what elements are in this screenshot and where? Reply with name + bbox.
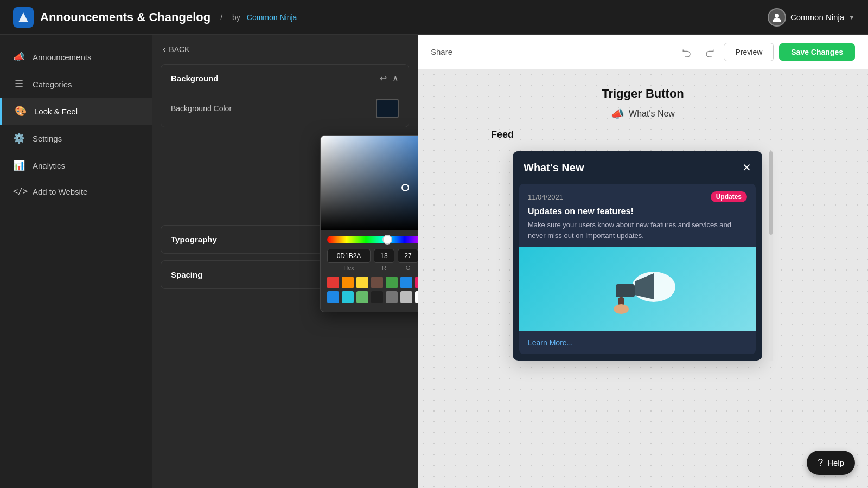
sidebar-item-analytics[interactable]: 📊 Analytics xyxy=(0,152,152,179)
hex-field-group: Hex xyxy=(327,249,371,271)
swatch-4[interactable] xyxy=(386,277,398,288)
help-icon: ? xyxy=(818,457,823,468)
learn-more-link[interactable]: Learn More... xyxy=(528,338,573,347)
share-button[interactable]: Share xyxy=(431,47,452,56)
widget-title: What's New xyxy=(524,162,584,174)
scrollbar-track[interactable] xyxy=(769,151,773,361)
entry-header: 11/04/2021 Updates xyxy=(519,184,756,207)
entry-illustration xyxy=(594,257,681,322)
help-button[interactable]: ? Help xyxy=(807,451,855,475)
hue-handle xyxy=(382,235,392,245)
header-by: by xyxy=(232,13,240,22)
hex-input[interactable] xyxy=(327,249,371,263)
swatch-9[interactable] xyxy=(342,291,354,303)
r-label: R xyxy=(382,265,386,271)
swatch-14[interactable] xyxy=(415,291,418,303)
swatch-3[interactable] xyxy=(371,277,383,288)
spacing-section-title: Spacing xyxy=(171,270,202,279)
swatch-12[interactable] xyxy=(386,291,398,303)
g-input[interactable] xyxy=(398,249,418,263)
add-to-website-icon: </> xyxy=(13,187,25,196)
undo-button[interactable] xyxy=(678,43,695,61)
header-right: Common Ninja ▼ xyxy=(768,8,855,27)
sidebar-item-look-feel-label: Look & Feel xyxy=(34,107,78,116)
reset-icon[interactable]: ↩ xyxy=(380,73,387,84)
entry-card: 11/04/2021 Updates Updates on new featur… xyxy=(519,184,756,354)
r-input[interactable] xyxy=(374,249,394,263)
collapse-icon[interactable]: ∧ xyxy=(392,73,399,84)
entry-title: Updates on new features! xyxy=(519,207,756,220)
back-chevron-icon: ‹ xyxy=(163,44,165,54)
widget-card: What's New ✕ 11/04/2021 Updates Updates … xyxy=(513,151,762,361)
sidebar-item-announcements[interactable]: 📣 Announcements xyxy=(0,43,152,70)
preview-toolbar: Share Preview Save Changes xyxy=(418,35,868,69)
top-header: Announcements & Changelog / by Common Ni… xyxy=(0,0,868,35)
background-section-header[interactable]: Background ↩ ∧ xyxy=(161,65,409,92)
preview-content: Trigger Button 📣 What's New Feed What's … xyxy=(418,69,868,488)
trigger-button-label: What's New xyxy=(629,109,675,119)
sidebar-item-add-to-website[interactable]: </> Add to Website xyxy=(0,179,152,204)
preview-button[interactable]: Preview xyxy=(724,43,774,61)
back-button[interactable]: ‹ BACK xyxy=(152,35,418,64)
trigger-button-preview[interactable]: 📣 What's New xyxy=(491,107,795,120)
entry-desc: Make sure your users know about new feat… xyxy=(519,220,756,247)
header-brand: Common Ninja xyxy=(247,13,297,22)
background-section-title: Background xyxy=(171,74,219,83)
look-feel-icon: 🎨 xyxy=(15,105,27,117)
help-label: Help xyxy=(827,458,844,467)
sidebar-item-add-to-website-label: Add to Website xyxy=(33,187,87,196)
sidebar: 📣 Announcements ☰ Categories 🎨 Look & Fe… xyxy=(0,35,152,488)
user-dropdown-icon[interactable]: ▼ xyxy=(848,14,855,21)
swatch-5[interactable] xyxy=(400,277,412,288)
middle-panel: ‹ BACK Background ↩ ∧ Background Color xyxy=(152,35,418,488)
user-name: Common Ninja xyxy=(790,12,844,22)
swatch-13[interactable] xyxy=(400,291,412,303)
user-avatar[interactable] xyxy=(768,8,786,27)
entry-date: 11/04/2021 xyxy=(528,193,563,201)
swatch-1[interactable] xyxy=(342,277,354,288)
swatch-10[interactable] xyxy=(356,291,368,303)
trigger-section-title: Trigger Button xyxy=(491,87,795,101)
entry-badge: Updates xyxy=(711,191,747,202)
preview-panel: Share Preview Save Changes xyxy=(418,35,868,488)
g-field-group: G xyxy=(398,249,418,271)
widget-header: What's New ✕ xyxy=(513,151,762,184)
color-inputs-row: Hex R G B xyxy=(327,249,418,271)
swatch-0[interactable] xyxy=(327,277,339,288)
color-gradient-canvas[interactable] xyxy=(321,136,418,230)
color-picker-popup: Hex R G B xyxy=(320,135,418,312)
r-field-group: R xyxy=(374,249,394,271)
app-title: Announcements & Changelog xyxy=(40,10,210,24)
hue-slider[interactable] xyxy=(327,236,418,243)
save-changes-button[interactable]: Save Changes xyxy=(779,43,855,61)
sidebar-item-settings[interactable]: ⚙️ Settings xyxy=(0,125,152,152)
background-section-icons: ↩ ∧ xyxy=(380,73,399,84)
feed-label: Feed xyxy=(491,129,795,140)
app-logo xyxy=(13,7,34,28)
preset-swatches xyxy=(327,277,418,303)
redo-button[interactable] xyxy=(701,43,718,61)
swatch-6[interactable] xyxy=(415,277,418,288)
header-left: Announcements & Changelog / by Common Ni… xyxy=(13,7,297,28)
picker-dot xyxy=(401,184,409,191)
categories-icon: ☰ xyxy=(13,78,25,90)
background-section-content: Background Color xyxy=(161,92,409,127)
typography-section-title: Typography xyxy=(171,235,217,244)
settings-icon: ⚙️ xyxy=(13,132,25,144)
svg-point-2 xyxy=(775,14,779,18)
sidebar-item-announcements-label: Announcements xyxy=(33,53,91,62)
sidebar-item-categories[interactable]: ☰ Categories xyxy=(0,70,152,98)
widget-close-button[interactable]: ✕ xyxy=(742,161,751,174)
sidebar-item-look-feel[interactable]: 🎨 Look & Feel xyxy=(0,98,152,125)
trigger-megaphone-icon: 📣 xyxy=(611,107,624,120)
header-separator: / xyxy=(220,13,222,22)
analytics-icon: 📊 xyxy=(13,159,25,171)
swatch-8[interactable] xyxy=(327,291,339,303)
background-color-swatch[interactable] xyxy=(376,99,399,118)
swatch-11[interactable] xyxy=(371,291,383,303)
swatch-2[interactable] xyxy=(356,277,368,288)
sidebar-item-analytics-label: Analytics xyxy=(33,161,65,170)
background-section: Background ↩ ∧ Background Color xyxy=(161,64,409,127)
sidebar-item-categories-label: Categories xyxy=(33,80,72,89)
entry-image xyxy=(519,247,756,331)
